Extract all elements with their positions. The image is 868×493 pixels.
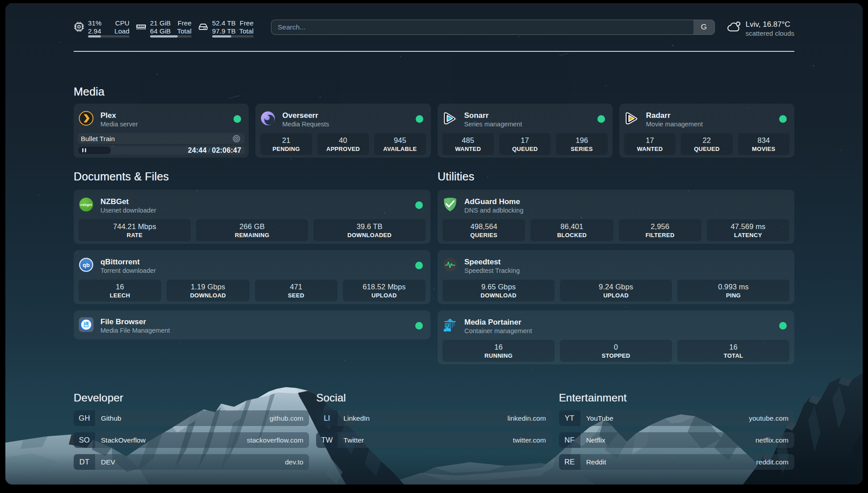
top-bar: 31% 2.94 CPU Load [74, 19, 794, 40]
bookmark-youtube[interactable]: YTYouTubeyoutube.com [559, 410, 794, 426]
bookmark-group-title: Developer [74, 392, 309, 404]
bookmark-name: StackOverflow [95, 432, 247, 448]
stat-block-download: 1.19 GbpsDOWNLOAD [167, 280, 249, 301]
service-card-header: AdGuard HomeDNS and adblocking [442, 197, 789, 214]
bookmark-abbreviation: YT [559, 410, 580, 426]
stat-value: 834 [757, 136, 770, 145]
service-card-header: nzbgetNZBGetUsenet downloader [79, 197, 426, 214]
bookmark-twitter[interactable]: TWTwittertwitter.com [316, 432, 551, 448]
service-name: qBittorrent [100, 257, 156, 267]
service-name: Media Portainer [464, 318, 532, 327]
stat-label: SEED [288, 292, 305, 299]
stat-value: 21 [282, 136, 291, 145]
service-description: Media File Management [100, 327, 170, 334]
bookmark-list: YTYouTubeyoutube.comNFNetflixnetflix.com… [559, 410, 794, 470]
stat-label: QUEUED [512, 146, 538, 152]
service-name: File Browser [100, 317, 170, 326]
service-card-titles: qBittorrentTorrent downloader [100, 257, 156, 275]
stat-block-remaining: 266 GBREMAINING [196, 219, 308, 241]
service-name: Sonarr [464, 111, 522, 120]
status-online-dot [415, 322, 423, 330]
service-card-plex[interactable]: PlexMedia serverBullet Train 24:44/02:06… [74, 104, 249, 158]
service-card-nzbget[interactable]: nzbgetNZBGetUsenet downloader744.21 Mbps… [74, 190, 430, 244]
bookmark-stackoverflow[interactable]: SOStackOverflowstackoverflow.com [74, 432, 309, 448]
bookmark-abbreviation: NF [559, 432, 580, 448]
bookmark-dev[interactable]: DTDEVdev.to [74, 454, 309, 470]
memory-free-value: 21 GiB [150, 19, 171, 27]
service-description: Speedtest Tracking [464, 267, 520, 275]
speedtest-icon [442, 257, 458, 272]
playback-position: 24:44 [188, 146, 207, 155]
bookmark-github[interactable]: GHGithubgithub.com [74, 410, 309, 426]
memory-free-label: Free [177, 19, 192, 27]
bookmark-abbreviation: TW [316, 432, 338, 448]
bookmark-url: github.com [270, 410, 309, 426]
service-name: NZBGet [100, 197, 156, 206]
service-card-file-browser[interactable]: File BrowserMedia File Management [74, 310, 430, 339]
service-card-radarr[interactable]: RadarrMovie management17WANTED22QUEUED83… [619, 104, 794, 158]
disk-free-value: 52.4 TB [212, 19, 236, 27]
media-card-grid: PlexMedia serverBullet Train 24:44/02:06… [74, 104, 794, 158]
service-card-titles: RadarrMovie management [646, 111, 703, 128]
bookmark-reddit[interactable]: RERedditreddit.com [559, 454, 794, 470]
service-card-speedtest[interactable]: SpeedtestSpeedtest Tracking9.65 GbpsDOWN… [438, 250, 794, 304]
svg-text:nzbget: nzbget [80, 203, 92, 207]
playback-duration: 02:06:47 [212, 146, 242, 155]
bookmark-abbreviation: SO [74, 432, 95, 448]
svg-text:qb: qb [83, 262, 90, 268]
overseerr-icon [260, 111, 275, 126]
stat-block-running: 16RUNNING [442, 340, 555, 362]
disk-free-label: Free [239, 19, 254, 27]
weather-widget[interactable]: Lviv, 16.87°C scattered clouds [727, 19, 794, 38]
service-card-qbittorrent[interactable]: qbqBittorrentTorrent downloader16LEECH1.… [74, 250, 430, 304]
stat-label: WANTED [455, 146, 481, 152]
service-card-media-portainer[interactable]: Media PortainerContainer management16RUN… [438, 310, 794, 364]
playback-progress-bar[interactable]: 24:44/02:06:47 [78, 146, 245, 155]
stat-value: 16 [116, 283, 124, 291]
bookmark-netflix[interactable]: NFNetflixnetflix.com [559, 432, 794, 448]
stat-block-upload: 618.52 MbpsUPLOAD [343, 280, 426, 301]
stat-value: 9.24 Gbps [599, 283, 633, 291]
service-card-sonarr[interactable]: SonarrSeries management485WANTED17QUEUED… [438, 104, 613, 158]
stat-label: DOWNLOADED [347, 232, 392, 238]
stat-label: LEECH [110, 292, 130, 299]
disk-total-value: 97.9 TB [212, 27, 236, 35]
service-card-adguard-home[interactable]: AdGuard HomeDNS and adblocking498,564QUE… [438, 190, 794, 244]
service-stats-row: 744.21 MbpsRATE266 GBREMAINING39.6 TBDOW… [79, 219, 426, 241]
stat-label: WANTED [637, 146, 663, 152]
cpu-load-value: 2.94 [88, 27, 101, 35]
stat-label: UPLOAD [603, 292, 629, 299]
disk-icon [198, 21, 209, 38]
service-stats-row: 16RUNNING0STOPPED16TOTAL [442, 340, 789, 362]
stat-value: 0 [614, 343, 618, 351]
status-online-dot [416, 115, 423, 123]
bookmark-abbreviation: RE [559, 454, 580, 470]
weather-location: Lviv, 16.87°C [746, 20, 794, 29]
stat-label: DOWNLOAD [480, 292, 516, 299]
pause-icon[interactable] [82, 148, 86, 152]
bookmark-url: linkedin.com [508, 410, 552, 426]
stat-label: MOVIES [752, 146, 775, 152]
stat-block-downloaded: 39.6 TBDOWNLOADED [313, 219, 426, 241]
bookmark-linkedin[interactable]: LILinkedInlinkedin.com [316, 410, 551, 426]
service-name: Overseerr [282, 111, 329, 120]
bookmark-abbreviation: LI [316, 410, 338, 426]
stat-label: SERIES [571, 146, 593, 152]
search-provider-button[interactable]: G [693, 20, 714, 34]
service-card-overseerr[interactable]: OverseerrMedia Requests21PENDING40APPROV… [255, 104, 430, 158]
status-online-dot [597, 115, 605, 123]
memory-total-label: Total [177, 27, 192, 35]
stat-block-available: 945AVAILABLE [374, 133, 426, 155]
stat-value: 945 [394, 136, 406, 145]
bookmarks-area: DeveloperGHGithubgithub.comSOStackOverfl… [74, 392, 794, 470]
stat-value: 196 [576, 136, 588, 145]
stat-value: 40 [339, 136, 347, 145]
service-card-titles: Media PortainerContainer management [464, 318, 532, 335]
status-online-dot [779, 115, 787, 123]
memory-widget: 21 GiB 64 GiB Free Total [136, 19, 192, 38]
search-input[interactable] [271, 20, 693, 34]
stat-block-queued: 17QUEUED [499, 133, 551, 155]
stat-value: 22 [703, 136, 711, 145]
stat-label: UPLOAD [371, 292, 397, 299]
service-card-titles: File BrowserMedia File Management [100, 317, 170, 334]
